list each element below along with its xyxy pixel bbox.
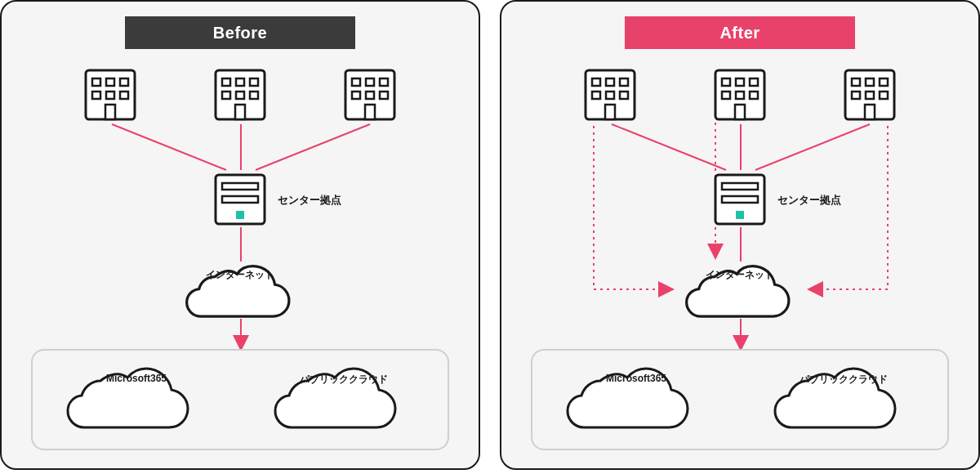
header-label: Before <box>213 24 267 42</box>
building-icon <box>341 65 399 124</box>
cloud-label: Microsoft365 <box>106 373 167 384</box>
svg-line-12 <box>112 124 226 170</box>
cloud-label: Microsoft365 <box>606 373 666 384</box>
building-icon <box>581 65 639 124</box>
server-icon <box>712 172 768 227</box>
cloud-tray: Microsoft365 パブリッククラウド <box>531 349 949 450</box>
buildings-row <box>81 65 399 124</box>
internet-cloud: インターネット <box>679 260 800 319</box>
tray-cloud-right: パブリッククラウド <box>770 363 917 436</box>
svg-line-14 <box>256 124 370 170</box>
header-label: After <box>719 24 760 42</box>
server-icon <box>212 172 268 227</box>
building-icon <box>211 65 270 124</box>
cloud-label: パブリッククラウド <box>300 373 388 387</box>
internet-label: インターネット <box>706 268 774 282</box>
svg-line-17 <box>612 124 726 170</box>
tray-cloud-left: Microsoft365 <box>63 363 210 436</box>
server-label: センター拠点 <box>278 193 341 208</box>
server-label: センター拠点 <box>777 193 841 208</box>
building-icon <box>710 65 769 124</box>
internet-label: インターネット <box>206 268 274 282</box>
panel-header-before: Before <box>125 16 355 49</box>
buildings-row <box>581 65 899 124</box>
cloud-tray: Microsoft365 パブリッククラウド <box>31 349 449 450</box>
internet-cloud: インターネット <box>180 260 301 319</box>
cloud-label: パブリッククラウド <box>800 373 888 387</box>
panel-header-after: After <box>625 16 855 49</box>
svg-line-19 <box>755 124 870 170</box>
building-icon <box>81 65 140 124</box>
tray-cloud-right: パブリッククラウド <box>270 363 417 436</box>
after-panel: After センター拠点 インターネット Microsoft365 パブリックク <box>500 0 980 470</box>
before-panel: Before センター拠点 インターネット Microsoft365 パブリック… <box>0 0 480 470</box>
tray-cloud-left: Microsoft365 <box>563 363 710 436</box>
building-icon <box>840 65 899 124</box>
